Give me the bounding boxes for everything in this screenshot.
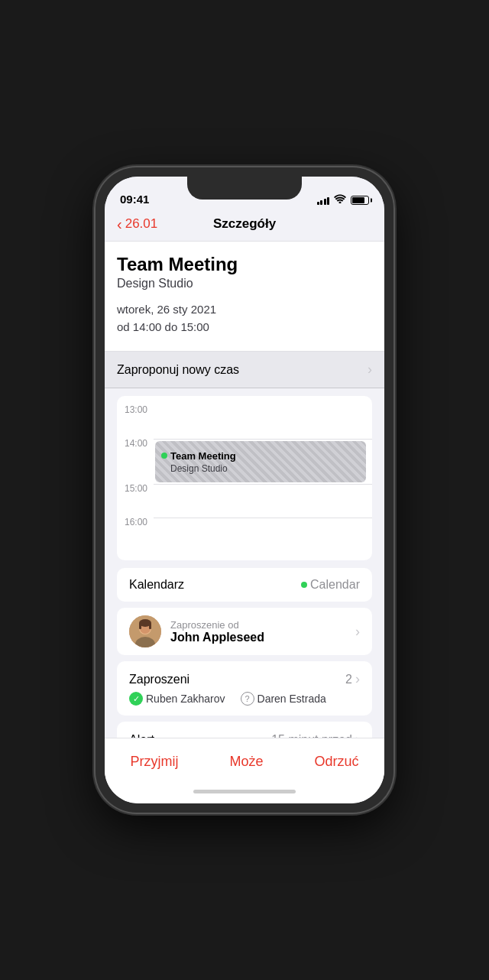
attendee-name-2: Daren Estrada bbox=[257, 693, 326, 705]
decline-button[interactable]: Odrzuć bbox=[299, 751, 374, 773]
accept-button[interactable]: Przyjmij bbox=[115, 751, 193, 773]
wifi-icon bbox=[334, 194, 346, 206]
timeline-slot-1400: 14:00 Team Meeting Design Studio bbox=[117, 439, 372, 484]
event-date-text: wtorek, 26 sty 2021 bbox=[117, 301, 372, 319]
alert-chevron-icon: › bbox=[355, 732, 360, 738]
attendees-header: Zaproszeni 2 › bbox=[129, 671, 360, 687]
attendees-row[interactable]: Zaproszeni 2 › ✓ Ruben Zakharov ? bbox=[117, 661, 372, 716]
cal-event-dot bbox=[161, 453, 167, 459]
battery-fill bbox=[352, 197, 364, 203]
signal-bars-icon bbox=[317, 196, 330, 205]
back-label: 26.01 bbox=[125, 216, 158, 232]
inviter-row[interactable]: Zaproszenie od John Appleseed › bbox=[117, 608, 372, 655]
event-date: wtorek, 26 sty 2021 od 14:00 do 15:00 bbox=[117, 301, 372, 336]
avatar-face bbox=[129, 615, 161, 647]
maybe-button[interactable]: Może bbox=[214, 751, 278, 773]
time-label-1300: 13:00 bbox=[117, 405, 154, 439]
phone-frame: 09:41 bbox=[96, 167, 393, 813]
attendees-list: ✓ Ruben Zakharov ? Daren Estrada bbox=[129, 692, 326, 706]
propose-time-button[interactable]: Zaproponuj nowy czas › bbox=[105, 352, 384, 388]
status-icons bbox=[317, 194, 370, 206]
calendar-dot-icon bbox=[301, 582, 307, 588]
home-bar bbox=[193, 790, 296, 793]
cal-event-subtitle: Design Studio bbox=[161, 463, 360, 474]
attendee-name-1: Ruben Zakharov bbox=[146, 693, 225, 705]
nav-bar: ‹ 26.01 Szczegóły bbox=[105, 210, 384, 242]
signal-bar-3 bbox=[324, 199, 326, 205]
timeline-slot-1300: 13:00 bbox=[117, 405, 372, 439]
attendees-count: 2 bbox=[345, 673, 352, 686]
event-calendar-name: Design Studio bbox=[117, 277, 372, 290]
timeline-wrapper: 13:00 14:00 Team Meeting D bbox=[117, 402, 372, 554]
timeline-slot-1500: 15:00 bbox=[117, 484, 372, 518]
attendees-label: Zaproszeni bbox=[129, 673, 189, 686]
attendees-count-row: 2 › bbox=[345, 671, 360, 687]
alert-row[interactable]: Alert 15 minut przed › bbox=[117, 722, 372, 738]
time-content-1300 bbox=[154, 405, 372, 439]
timeline-slot-1600: 16:00 bbox=[117, 518, 372, 551]
attendees-chevron-icon: › bbox=[355, 671, 360, 687]
nav-title: Szczegóły bbox=[213, 216, 276, 232]
timeline-section: 13:00 14:00 Team Meeting D bbox=[117, 396, 372, 560]
status-time: 09:41 bbox=[120, 193, 149, 206]
time-content-1400: Team Meeting Design Studio bbox=[154, 439, 372, 484]
time-label-1600: 16:00 bbox=[117, 518, 154, 551]
alert-value: 15 minut przed › bbox=[271, 732, 360, 738]
signal-bar-1 bbox=[317, 202, 319, 205]
home-indicator bbox=[105, 779, 384, 803]
time-content-1500 bbox=[154, 484, 372, 518]
inviter-chevron-icon: › bbox=[355, 624, 360, 640]
phone-screen: 09:41 bbox=[105, 177, 384, 803]
signal-bar-2 bbox=[320, 200, 322, 205]
propose-time-chevron-icon: › bbox=[368, 362, 372, 378]
cal-event-title: Team Meeting bbox=[170, 450, 236, 462]
attendee-item-1: ✓ Ruben Zakharov bbox=[129, 692, 225, 706]
time-label-1400: 14:00 bbox=[117, 439, 154, 484]
calendar-row: Kalendarz Calendar bbox=[117, 568, 372, 602]
back-button[interactable]: ‹ 26.01 bbox=[117, 216, 157, 232]
battery-icon bbox=[351, 196, 369, 205]
inviter-info: Zaproszenie od John Appleseed bbox=[170, 619, 355, 644]
calendar-event-block: Team Meeting Design Studio bbox=[155, 441, 366, 482]
notch bbox=[187, 177, 302, 200]
avatar bbox=[129, 615, 161, 647]
time-label-1500: 15:00 bbox=[117, 484, 154, 518]
svg-rect-6 bbox=[149, 623, 151, 629]
calendar-label: Kalendarz bbox=[129, 578, 301, 592]
scroll-content: Team Meeting Design Studio wtorek, 26 st… bbox=[105, 242, 384, 738]
attendee-question-icon: ? bbox=[241, 692, 254, 706]
inviter-from-label: Zaproszenie od bbox=[170, 619, 355, 631]
alert-section: Alert 15 minut przed › bbox=[117, 722, 372, 738]
event-title-section: Team Meeting Design Studio wtorek, 26 st… bbox=[105, 242, 384, 352]
back-chevron-icon: ‹ bbox=[117, 216, 122, 232]
calendar-value-text: Calendar bbox=[310, 578, 360, 592]
event-time-range: od 14:00 do 15:00 bbox=[117, 319, 372, 336]
calendar-value: Calendar bbox=[301, 578, 360, 592]
inviter-section: Zaproszenie od John Appleseed › bbox=[117, 608, 372, 655]
signal-bar-4 bbox=[327, 197, 329, 205]
attendee-check-icon: ✓ bbox=[129, 692, 143, 706]
calendar-section: Kalendarz Calendar bbox=[117, 568, 372, 602]
time-content-1600 bbox=[154, 518, 372, 551]
inviter-name: John Appleseed bbox=[170, 631, 355, 644]
cal-event-title-row: Team Meeting bbox=[161, 450, 360, 462]
attendee-item-2: ? Daren Estrada bbox=[241, 692, 326, 706]
svg-rect-5 bbox=[139, 623, 141, 629]
attendees-section: Zaproszeni 2 › ✓ Ruben Zakharov ? bbox=[117, 661, 372, 716]
action-bar: Przyjmij Może Odrzuć bbox=[105, 738, 384, 779]
propose-time-label: Zaproponuj nowy czas bbox=[117, 363, 239, 377]
event-name: Team Meeting bbox=[117, 254, 372, 275]
